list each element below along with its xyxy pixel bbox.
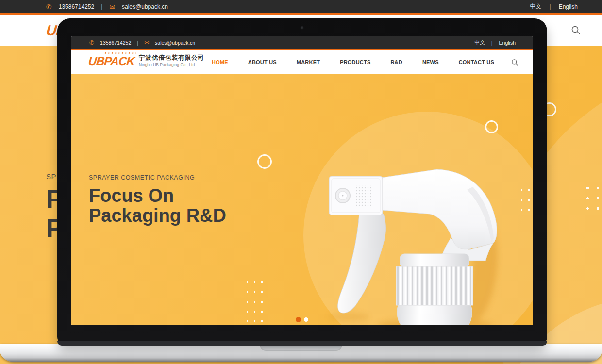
carousel-dot-1[interactable] xyxy=(296,317,301,322)
screen-navbar: UBPACK 宁波优倍包装有限公司 Ningbo UB Packaging Co… xyxy=(71,50,533,74)
hero-title: Focus OnPackaging R&D xyxy=(89,186,226,226)
lang-separator: | xyxy=(550,3,551,10)
carousel-dot-2[interactable] xyxy=(304,317,308,322)
decor-ring-icon xyxy=(485,120,498,133)
decor-ring-icon xyxy=(257,154,272,169)
menu-item-market[interactable]: MARKET xyxy=(297,59,320,65)
menu-item-products[interactable]: PRODUCTS xyxy=(340,59,370,65)
screen-language-switch: 中文 | English xyxy=(468,39,516,46)
menu-item-about-us[interactable]: ABOUT US xyxy=(248,59,277,65)
menu-item-contact-us[interactable]: CONTACT US xyxy=(459,59,494,65)
sprayer-nozzle xyxy=(329,176,383,215)
sprayer-trigger xyxy=(338,213,386,313)
phone-link[interactable]: 13586714252 xyxy=(100,40,131,46)
phone-icon: ✆ xyxy=(89,40,94,46)
email-icon: ✉ xyxy=(109,3,115,10)
lang-english-link[interactable]: English xyxy=(559,3,578,10)
logo-wordmark: UBPACK xyxy=(88,54,135,68)
laptop-screen: ✆ 13586714252 | ✉ sales@ubpack.cn 中文 | E… xyxy=(71,36,533,325)
phone-link[interactable]: 13586714252 xyxy=(59,3,94,10)
email-link[interactable]: sales@ubpack.cn xyxy=(122,3,168,10)
lang-english-link[interactable]: English xyxy=(499,40,516,46)
decor-dots-grid xyxy=(518,185,532,213)
lang-separator: | xyxy=(491,40,493,46)
language-switch: 中文 | English xyxy=(522,2,578,11)
email-icon: ✉ xyxy=(144,40,149,46)
lang-chinese-link[interactable]: 中文 xyxy=(475,39,485,46)
sprayer-cap xyxy=(396,254,473,325)
main-menu: HOME ABOUT US MARKET PRODUCTS R&D NEWS C… xyxy=(212,50,494,74)
menu-item-home[interactable]: HOME xyxy=(212,59,228,65)
topbar-contact: ✆ 13586714252 | ✉ sales@ubpack.cn xyxy=(46,3,175,10)
phone-icon: ✆ xyxy=(46,3,52,10)
menu-item-rd[interactable]: R&D xyxy=(390,59,402,65)
screen-topbar-contact: ✆ 13586714252 | ✉ sales@ubpack.cn xyxy=(89,40,201,46)
topbar-separator: | xyxy=(137,40,138,46)
trigger-sprayer-product-image xyxy=(315,166,515,325)
laptop-lid: ✆ 13586714252 | ✉ sales@ubpack.cn 中文 | E… xyxy=(57,18,547,346)
search-icon[interactable] xyxy=(511,59,518,68)
lang-chinese-link[interactable]: 中文 xyxy=(530,2,542,11)
screenshot-stage: ✆ 13586714252 | ✉ sales@ubpack.cn 中文 | E… xyxy=(0,0,602,364)
carousel-pagination xyxy=(296,317,308,322)
hero-eyebrow: SPRAYER COSMETIC PACKAGING xyxy=(89,174,226,181)
page-topbar: ✆ 13586714252 | ✉ sales@ubpack.cn 中文 | E… xyxy=(0,0,602,13)
email-link[interactable]: sales@ubpack.cn xyxy=(155,40,195,46)
company-name: 宁波优倍包装有限公司 Ningbo UB Packaging Co., Ltd. xyxy=(139,55,204,67)
company-name-en: Ningbo UB Packaging Co., Ltd. xyxy=(139,63,204,67)
laptop-base xyxy=(0,344,602,362)
screen-topbar: ✆ 13586714252 | ✉ sales@ubpack.cn 中文 | E… xyxy=(71,36,533,49)
logo-dots-decor xyxy=(104,52,136,54)
decor-dots-grid xyxy=(244,278,265,325)
laptop-camera-icon xyxy=(301,26,303,29)
screen-hero-copy: SPRAYER COSMETIC PACKAGING Focus OnPacka… xyxy=(89,174,226,226)
company-name-zh: 宁波优倍包装有限公司 xyxy=(139,55,204,62)
site-logo[interactable]: UBPACK 宁波优倍包装有限公司 Ningbo UB Packaging Co… xyxy=(88,54,204,68)
topbar-separator: | xyxy=(101,3,102,10)
menu-item-news[interactable]: NEWS xyxy=(422,59,439,65)
decor-dots-grid xyxy=(583,183,602,214)
screen-hero-banner: SPRAYER COSMETIC PACKAGING Focus OnPacka… xyxy=(71,74,533,325)
search-icon[interactable] xyxy=(571,25,581,37)
